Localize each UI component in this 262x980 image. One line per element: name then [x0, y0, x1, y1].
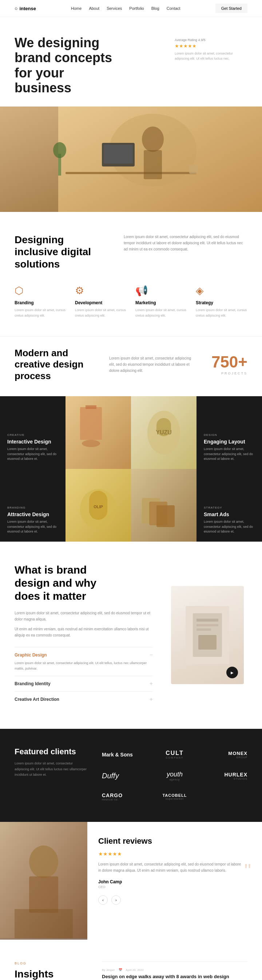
client-logo-duffy: Duffy — [102, 769, 148, 783]
clients-right: Mark & Sons CULT COMPANY MONEX GROUP Duf… — [102, 747, 248, 804]
nav-link-services[interactable]: Services — [107, 6, 122, 11]
portfolio-desc-3: Lorem ipsum dolor sit amet, consectetur … — [7, 519, 58, 535]
portfolio-img-svg-4 — [131, 469, 196, 542]
client-logo-cargo: CARGO medical co. — [102, 789, 148, 804]
nav-logo[interactable]: ○ intense — [14, 5, 36, 11]
modern-left: Modern and creative design process — [14, 347, 98, 382]
brand-list-plus-icon-1: + — [150, 681, 153, 687]
svg-text:OLIP: OLIP — [94, 504, 103, 509]
portfolio-item-1: CREATIVE Interactive Design Lorem ipsum … — [0, 396, 66, 469]
review-stars: ★★★★★ — [98, 851, 251, 857]
hero-image-svg — [0, 107, 262, 212]
insight-author-1: By Jesper — [102, 968, 115, 972]
marketing-name: Marketing — [135, 300, 187, 305]
brand-list-item-1[interactable]: Graphic Design − Lorem ipsum dolor sit a… — [14, 647, 153, 676]
insights-title: Insights — [14, 968, 87, 980]
hero-rating-text: Lorem ipsum dolor sit amet, consectetur … — [175, 51, 248, 61]
brand-list-title-1: Graphic Design — [14, 652, 47, 657]
strategy-name: Strategy — [196, 300, 248, 305]
review-prev-button[interactable]: ‹ — [98, 895, 108, 905]
portfolio-img-svg-2: YUZU — [131, 396, 196, 469]
services-description: Lorem ipsum dolor sit amet, consectetur … — [124, 234, 248, 252]
brand-desc-1: Lorem ipsum dolor sit amet, consectetur … — [14, 610, 153, 622]
brand-image-box: ▶ — [171, 586, 244, 684]
nav-link-portfolio[interactable]: Portfolio — [129, 6, 144, 11]
brand-list-minus-icon: − — [150, 652, 153, 658]
brand-img-svg — [185, 606, 229, 664]
branding-icon: ⬡ — [14, 285, 66, 297]
hero-right: Average Rating 4.9/5 ★★★★★ Lorem ipsum d… — [175, 35, 248, 61]
clients-left: Featured clients Lorem ipsum dolor sit a… — [14, 747, 87, 804]
svg-rect-5 — [144, 150, 162, 179]
modern-counter: 750+ PROJECTS — [204, 354, 248, 375]
insights-tag: BLOG — [14, 961, 87, 965]
svg-rect-26 — [157, 505, 175, 527]
svg-rect-31 — [196, 628, 211, 631]
reviews-person-svg — [0, 822, 87, 938]
portfolio-category-2: DESIGN — [204, 433, 255, 437]
modern-section: Modern and creative design process Lorem… — [0, 336, 262, 396]
portfolio-item-4: STRATEGY Smart Ads Lorem ipsum dolor sit… — [196, 469, 262, 542]
review-text: Lorem ipsum dolor sit amet, consectetur … — [98, 861, 251, 873]
portfolio-item-img-2: YUZU — [131, 396, 196, 469]
brand-list-item-2[interactable]: Branding Identity + — [14, 676, 153, 691]
nav-cta-button[interactable]: Get Started — [216, 4, 248, 13]
brand-list-item-3[interactable]: Creative Art Direction + — [14, 691, 153, 707]
service-item-development: ⚙ Development Lorem ipsum dolor sit amet… — [75, 285, 127, 318]
portfolio-grid: CREATIVE Interactive Design Lorem ipsum … — [0, 396, 262, 542]
brand-list-plus-icon-2: + — [150, 696, 153, 703]
insights-right: By Jesper 📅 April 20, 2022 Design on edg… — [102, 961, 248, 980]
svg-point-34 — [29, 845, 58, 878]
nav-links: Home About Services Portfolio Blog Conta… — [71, 6, 181, 11]
insight-title-1: Design on edge walks away with 8 awards … — [102, 974, 248, 979]
clients-grid: Mark & Sons CULT COMPANY MONEX GROUP Duf… — [102, 747, 248, 804]
clients-desc: Lorem ipsum dolor sit amet, consectetur … — [14, 761, 87, 778]
play-button[interactable]: ▶ — [226, 667, 238, 678]
reviewer-name: John Camp — [98, 879, 251, 885]
hero-title: We designing brand concepts for your bus… — [14, 35, 124, 95]
review-quote-mark: " — [244, 863, 251, 878]
client-logo-mark-sons: Mark & Sons — [102, 749, 148, 760]
counter-number: 750+ — [204, 354, 248, 370]
brand-right: ▶ — [168, 563, 248, 707]
nav-link-about[interactable]: About — [89, 6, 99, 11]
portfolio-item-img-4 — [131, 469, 196, 542]
brand-section: What is brand design and why does it mat… — [0, 542, 262, 729]
service-item-strategy: ◈ Strategy Lorem ipsum dolor sit amet, c… — [196, 285, 248, 318]
svg-rect-36 — [14, 909, 73, 938]
svg-rect-29 — [196, 619, 218, 622]
clients-section: Featured clients Lorem ipsum dolor sit a… — [0, 729, 262, 822]
service-item-branding: ⬡ Branding Lorem ipsum dolor sit amet, c… — [14, 285, 66, 318]
nav-link-home[interactable]: Home — [71, 6, 81, 11]
portfolio-desc-1: Lorem ipsum dolor sit amet, consectetur … — [7, 447, 58, 461]
client-logo-youth: youth agency — [152, 768, 198, 784]
nav-link-blog[interactable]: Blog — [152, 6, 160, 11]
branding-name: Branding — [14, 300, 66, 305]
brand-title: What is brand design and why does it mat… — [14, 563, 124, 603]
svg-rect-7 — [104, 145, 133, 164]
portfolio-item-img-1 — [66, 396, 131, 469]
portfolio-item-img-3: OLIP — [66, 469, 131, 542]
svg-rect-35 — [29, 877, 58, 913]
nav-link-contact[interactable]: Contact — [167, 6, 181, 11]
hero-rating-label: Average Rating 4.9/5 — [175, 38, 248, 42]
reviewer-role: CEO — [98, 885, 251, 889]
services-grid: ⬡ Branding Lorem ipsum dolor sit amet, c… — [14, 285, 248, 318]
clients-title: Featured clients — [14, 747, 87, 756]
svg-rect-10 — [189, 165, 197, 174]
reviews-person-image — [0, 822, 87, 940]
review-next-button[interactable]: › — [111, 895, 121, 905]
reviews-section: Client reviews ★★★★★ " Lorem ipsum dolor… — [0, 822, 262, 940]
insight-meta-1: By Jesper 📅 April 20, 2022 — [102, 968, 248, 972]
brand-list-title-3: Creative Art Direction — [14, 697, 59, 702]
portfolio-desc-4: Lorem ipsum dolor sit amet, consectetur … — [204, 519, 255, 535]
services-section: Designing inclusive digital solutions Lo… — [0, 212, 262, 337]
modern-desc: Lorem ipsum dolor sit amet, consectetur … — [109, 355, 193, 374]
marketing-icon: 📢 — [135, 285, 187, 297]
insights-section: BLOG Insights Lorem ipsum dolor sit amet… — [0, 940, 262, 980]
svg-rect-13 — [86, 405, 96, 409]
client-logo-tacobell: TACOBELL supermarket — [152, 790, 198, 803]
marketing-desc: Lorem ipsum dolor sit amet, cursus cretu… — [135, 307, 187, 318]
portfolio-category-3: BRANDING — [7, 506, 58, 509]
insight-item-1[interactable]: By Jesper 📅 April 20, 2022 Design on edg… — [102, 961, 248, 980]
